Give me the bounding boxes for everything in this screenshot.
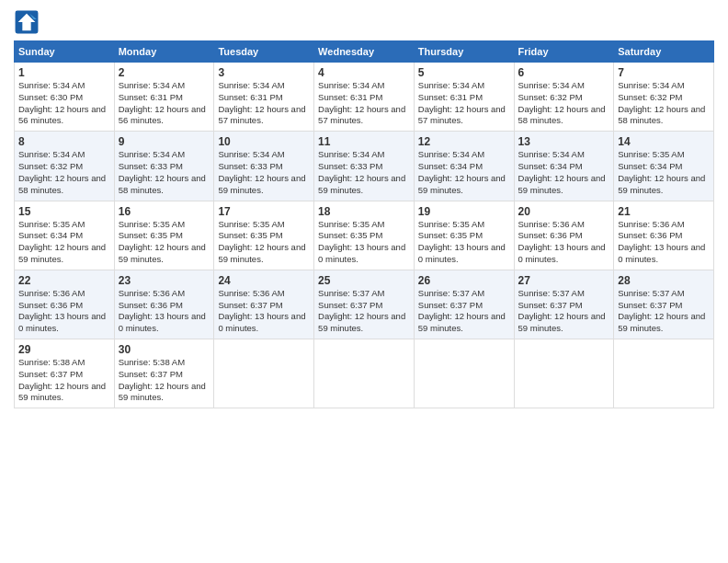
- weekday-monday: Monday: [114, 41, 214, 63]
- day-number: 6: [518, 66, 610, 79]
- day-info: Sunrise: 5:34 AM Sunset: 6:34 PM Dayligh…: [418, 149, 510, 196]
- week-row-1: 1 Sunrise: 5:34 AM Sunset: 6:30 PM Dayli…: [15, 63, 714, 132]
- day-info: Sunrise: 5:36 AM Sunset: 6:36 PM Dayligh…: [18, 288, 110, 335]
- calendar-cell: 18 Sunrise: 5:35 AM Sunset: 6:35 PM Dayl…: [314, 201, 415, 270]
- week-row-3: 15 Sunrise: 5:35 AM Sunset: 6:34 PM Dayl…: [15, 201, 714, 270]
- weekday-row: SundayMondayTuesdayWednesdayThursdayFrid…: [15, 41, 714, 63]
- day-info: Sunrise: 5:34 AM Sunset: 6:31 PM Dayligh…: [119, 80, 210, 127]
- calendar-cell: 25 Sunrise: 5:37 AM Sunset: 6:37 PM Dayl…: [314, 270, 415, 339]
- week-row-5: 29 Sunrise: 5:38 AM Sunset: 6:37 PM Dayl…: [15, 339, 714, 408]
- calendar-cell: 1 Sunrise: 5:34 AM Sunset: 6:30 PM Dayli…: [15, 63, 115, 132]
- logo: [14, 9, 43, 35]
- calendar-cell: 12 Sunrise: 5:34 AM Sunset: 6:34 PM Dayl…: [414, 132, 514, 201]
- day-info: Sunrise: 5:34 AM Sunset: 6:32 PM Dayligh…: [618, 80, 710, 127]
- calendar-cell: 10 Sunrise: 5:34 AM Sunset: 6:33 PM Dayl…: [214, 132, 314, 201]
- day-number: 21: [618, 205, 710, 218]
- day-info: Sunrise: 5:37 AM Sunset: 6:37 PM Dayligh…: [318, 288, 410, 335]
- day-info: Sunrise: 5:37 AM Sunset: 6:37 PM Dayligh…: [418, 288, 510, 335]
- weekday-saturday: Saturday: [614, 41, 714, 63]
- calendar: SundayMondayTuesdayWednesdayThursdayFrid…: [14, 40, 714, 408]
- day-number: 15: [18, 205, 110, 218]
- day-info: Sunrise: 5:34 AM Sunset: 6:33 PM Dayligh…: [218, 149, 310, 196]
- calendar-header: SundayMondayTuesdayWednesdayThursdayFrid…: [15, 41, 714, 63]
- header: [14, 9, 714, 35]
- weekday-wednesday: Wednesday: [314, 41, 415, 63]
- calendar-cell: [314, 339, 415, 408]
- week-row-2: 8 Sunrise: 5:34 AM Sunset: 6:32 PM Dayli…: [15, 132, 714, 201]
- day-info: Sunrise: 5:38 AM Sunset: 6:37 PM Dayligh…: [18, 357, 110, 404]
- day-number: 9: [119, 135, 210, 148]
- day-number: 12: [418, 135, 510, 148]
- calendar-cell: 16 Sunrise: 5:35 AM Sunset: 6:35 PM Dayl…: [114, 201, 214, 270]
- day-info: Sunrise: 5:36 AM Sunset: 6:36 PM Dayligh…: [518, 219, 610, 266]
- calendar-cell: [214, 339, 314, 408]
- day-info: Sunrise: 5:38 AM Sunset: 6:37 PM Dayligh…: [119, 357, 210, 404]
- weekday-tuesday: Tuesday: [214, 41, 314, 63]
- day-number: 20: [518, 205, 610, 218]
- day-info: Sunrise: 5:35 AM Sunset: 6:35 PM Dayligh…: [318, 219, 410, 266]
- calendar-cell: [614, 339, 714, 408]
- calendar-cell: 5 Sunrise: 5:34 AM Sunset: 6:31 PM Dayli…: [414, 63, 514, 132]
- calendar-cell: 23 Sunrise: 5:36 AM Sunset: 6:36 PM Dayl…: [114, 270, 214, 339]
- day-info: Sunrise: 5:36 AM Sunset: 6:36 PM Dayligh…: [618, 219, 710, 266]
- day-info: Sunrise: 5:37 AM Sunset: 6:37 PM Dayligh…: [618, 288, 710, 335]
- day-number: 24: [218, 274, 310, 287]
- day-info: Sunrise: 5:34 AM Sunset: 6:31 PM Dayligh…: [318, 80, 410, 127]
- calendar-cell: 9 Sunrise: 5:34 AM Sunset: 6:33 PM Dayli…: [114, 132, 214, 201]
- day-info: Sunrise: 5:35 AM Sunset: 6:35 PM Dayligh…: [119, 219, 210, 266]
- calendar-cell: 21 Sunrise: 5:36 AM Sunset: 6:36 PM Dayl…: [614, 201, 714, 270]
- calendar-cell: 22 Sunrise: 5:36 AM Sunset: 6:36 PM Dayl…: [15, 270, 115, 339]
- calendar-cell: 4 Sunrise: 5:34 AM Sunset: 6:31 PM Dayli…: [314, 63, 415, 132]
- calendar-cell: 29 Sunrise: 5:38 AM Sunset: 6:37 PM Dayl…: [15, 339, 115, 408]
- calendar-cell: 7 Sunrise: 5:34 AM Sunset: 6:32 PM Dayli…: [614, 63, 714, 132]
- day-number: 30: [119, 343, 210, 356]
- day-number: 13: [518, 135, 610, 148]
- logo-icon: [14, 9, 40, 35]
- day-number: 16: [119, 205, 210, 218]
- calendar-cell: 15 Sunrise: 5:35 AM Sunset: 6:34 PM Dayl…: [15, 201, 115, 270]
- calendar-cell: 19 Sunrise: 5:35 AM Sunset: 6:35 PM Dayl…: [414, 201, 514, 270]
- weekday-friday: Friday: [514, 41, 614, 63]
- calendar-cell: [514, 339, 614, 408]
- calendar-cell: [414, 339, 514, 408]
- calendar-cell: 17 Sunrise: 5:35 AM Sunset: 6:35 PM Dayl…: [214, 201, 314, 270]
- day-number: 26: [418, 274, 510, 287]
- day-number: 10: [218, 135, 310, 148]
- day-info: Sunrise: 5:34 AM Sunset: 6:33 PM Dayligh…: [119, 149, 210, 196]
- day-info: Sunrise: 5:34 AM Sunset: 6:32 PM Dayligh…: [518, 80, 610, 127]
- calendar-cell: 3 Sunrise: 5:34 AM Sunset: 6:31 PM Dayli…: [214, 63, 314, 132]
- calendar-cell: 24 Sunrise: 5:36 AM Sunset: 6:37 PM Dayl…: [214, 270, 314, 339]
- day-info: Sunrise: 5:34 AM Sunset: 6:31 PM Dayligh…: [418, 80, 510, 127]
- day-info: Sunrise: 5:35 AM Sunset: 6:34 PM Dayligh…: [618, 149, 710, 196]
- calendar-cell: 8 Sunrise: 5:34 AM Sunset: 6:32 PM Dayli…: [15, 132, 115, 201]
- day-number: 4: [318, 66, 410, 79]
- week-row-4: 22 Sunrise: 5:36 AM Sunset: 6:36 PM Dayl…: [15, 270, 714, 339]
- day-info: Sunrise: 5:34 AM Sunset: 6:30 PM Dayligh…: [18, 80, 110, 127]
- day-info: Sunrise: 5:34 AM Sunset: 6:33 PM Dayligh…: [318, 149, 410, 196]
- calendar-cell: 26 Sunrise: 5:37 AM Sunset: 6:37 PM Dayl…: [414, 270, 514, 339]
- calendar-body: 1 Sunrise: 5:34 AM Sunset: 6:30 PM Dayli…: [15, 63, 714, 408]
- day-info: Sunrise: 5:34 AM Sunset: 6:32 PM Dayligh…: [18, 149, 110, 196]
- calendar-cell: 2 Sunrise: 5:34 AM Sunset: 6:31 PM Dayli…: [114, 63, 214, 132]
- day-number: 2: [119, 66, 210, 79]
- day-number: 19: [418, 205, 510, 218]
- weekday-sunday: Sunday: [15, 41, 115, 63]
- weekday-thursday: Thursday: [414, 41, 514, 63]
- day-info: Sunrise: 5:37 AM Sunset: 6:37 PM Dayligh…: [518, 288, 610, 335]
- calendar-cell: 28 Sunrise: 5:37 AM Sunset: 6:37 PM Dayl…: [614, 270, 714, 339]
- page: SundayMondayTuesdayWednesdayThursdayFrid…: [0, 0, 728, 563]
- day-number: 25: [318, 274, 410, 287]
- day-info: Sunrise: 5:34 AM Sunset: 6:31 PM Dayligh…: [218, 80, 310, 127]
- day-number: 17: [218, 205, 310, 218]
- calendar-cell: 30 Sunrise: 5:38 AM Sunset: 6:37 PM Dayl…: [114, 339, 214, 408]
- day-info: Sunrise: 5:35 AM Sunset: 6:35 PM Dayligh…: [218, 219, 310, 266]
- day-number: 8: [18, 135, 110, 148]
- day-number: 5: [418, 66, 510, 79]
- day-number: 28: [618, 274, 710, 287]
- calendar-cell: 13 Sunrise: 5:34 AM Sunset: 6:34 PM Dayl…: [514, 132, 614, 201]
- day-info: Sunrise: 5:35 AM Sunset: 6:35 PM Dayligh…: [418, 219, 510, 266]
- day-number: 3: [218, 66, 310, 79]
- day-number: 29: [18, 343, 110, 356]
- calendar-cell: 27 Sunrise: 5:37 AM Sunset: 6:37 PM Dayl…: [514, 270, 614, 339]
- day-number: 7: [618, 66, 710, 79]
